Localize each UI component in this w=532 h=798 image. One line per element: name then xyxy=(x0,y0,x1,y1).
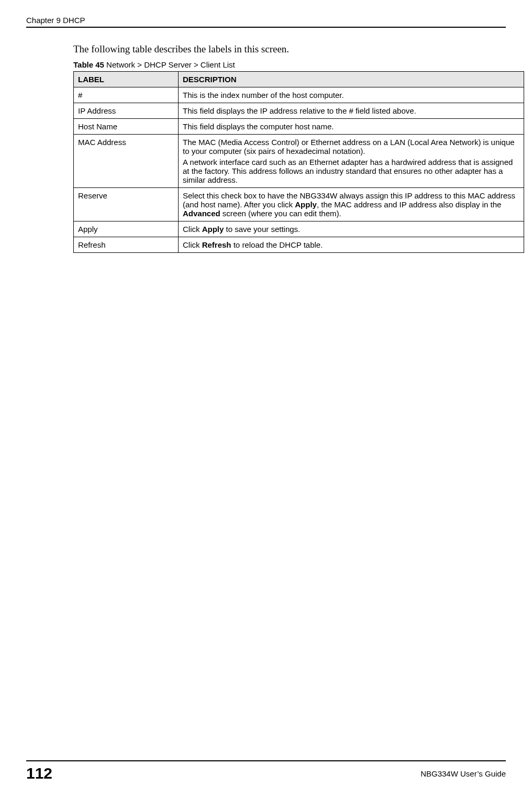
desc-bold: Apply xyxy=(295,200,317,209)
table-number: Table 45 xyxy=(73,60,104,69)
table-breadcrumb: Network > DHCP Server > Client List xyxy=(104,60,235,69)
desc-bold: Refresh xyxy=(202,240,231,249)
desc-paragraph: A network interface card such as an Ethe… xyxy=(183,158,519,184)
table-row: Apply Click Apply to save your settings. xyxy=(74,221,524,237)
desc-text: to reload the DHCP table. xyxy=(231,240,323,249)
table-row: MAC Address The MAC (Media Access Contro… xyxy=(74,135,524,188)
desc-bold: Apply xyxy=(202,225,224,234)
header-label: LABEL xyxy=(74,72,179,87)
cell-label: IP Address xyxy=(74,103,179,119)
desc-text: screen (where you can edit them). xyxy=(220,209,341,218)
table-header-row: LABEL DESCRIPTION xyxy=(74,72,524,87)
cell-desc: Click Apply to save your settings. xyxy=(179,221,524,237)
cell-label: Refresh xyxy=(74,237,179,253)
client-list-table: LABEL DESCRIPTION # This is the index nu… xyxy=(73,71,524,253)
desc-text: to save your settings. xyxy=(224,225,300,234)
table-row: Refresh Click Refresh to reload the DHCP… xyxy=(74,237,524,253)
desc-text: Click xyxy=(183,225,202,234)
table-row: Reserve Select this check box to have th… xyxy=(74,188,524,221)
page-footer: 112 NBG334W User’s Guide xyxy=(26,760,506,782)
cell-desc: Select this check box to have the NBG334… xyxy=(179,188,524,221)
cell-desc: This field displays the computer host na… xyxy=(179,119,524,135)
chapter-title: Chapter 9 DHCP xyxy=(26,16,85,25)
guide-name: NBG334W User’s Guide xyxy=(420,769,506,778)
desc-text: , the MAC address and IP address also di… xyxy=(317,200,501,209)
table-row: # This is the index number of the host c… xyxy=(74,87,524,103)
cell-desc: This is the index number of the host com… xyxy=(179,87,524,103)
page-header: Chapter 9 DHCP xyxy=(26,16,506,28)
cell-label: Reserve xyxy=(74,188,179,221)
desc-bold: Advanced xyxy=(183,209,220,218)
table-caption: Table 45 Network > DHCP Server > Client … xyxy=(73,60,506,69)
header-description: DESCRIPTION xyxy=(179,72,524,87)
page-number: 112 xyxy=(26,764,52,782)
cell-label: # xyxy=(74,87,179,103)
cell-label: Apply xyxy=(74,221,179,237)
cell-label: Host Name xyxy=(74,119,179,135)
cell-label: MAC Address xyxy=(74,135,179,188)
cell-desc: Click Refresh to reload the DHCP table. xyxy=(179,237,524,253)
cell-desc: This field displays the IP address relat… xyxy=(179,103,524,119)
cell-desc: The MAC (Media Access Control) or Ethern… xyxy=(179,135,524,188)
intro-text: The following table describes the labels… xyxy=(73,43,506,55)
desc-paragraph: The MAC (Media Access Control) or Ethern… xyxy=(183,138,519,156)
table-row: Host Name This field displays the comput… xyxy=(74,119,524,135)
table-row: IP Address This field displays the IP ad… xyxy=(74,103,524,119)
desc-text: Click xyxy=(183,240,202,249)
